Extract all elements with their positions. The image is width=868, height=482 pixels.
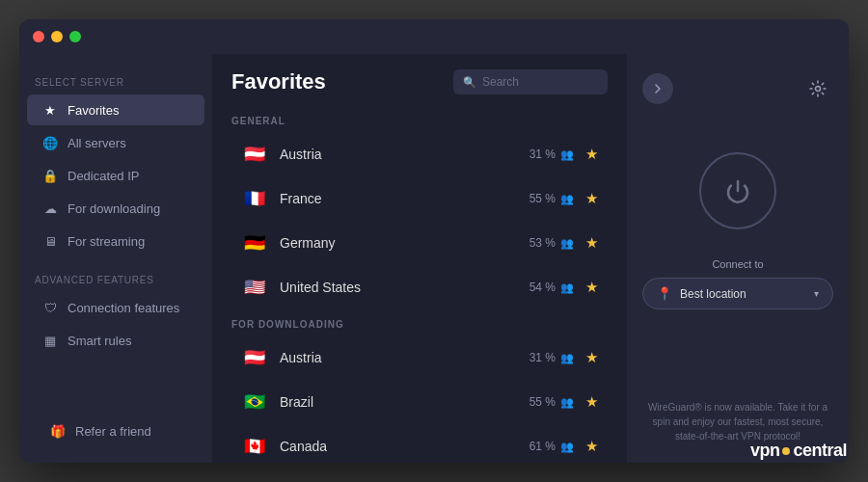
- flag-brazil: 🇧🇷: [241, 388, 268, 415]
- server-load: 54 % 👥: [529, 281, 574, 294]
- brand-central: central: [793, 441, 847, 461]
- sidebar-label-connection: Connection features: [68, 301, 179, 315]
- sidebar-item-favorites[interactable]: ★ Favorites: [27, 94, 204, 125]
- sidebar-section-label: Select Server: [19, 69, 212, 94]
- flag-austria: 🇦🇹: [241, 141, 268, 168]
- gear-icon: [809, 80, 827, 97]
- users-icon: 👥: [560, 441, 574, 453]
- traffic-lights: [33, 31, 81, 42]
- sidebar-label-favorites: Favorites: [68, 103, 119, 118]
- arrow-button[interactable]: [642, 73, 673, 104]
- app-body: Select Server ★ Favorites 🌐 All servers …: [19, 54, 849, 463]
- gift-icon: 🎁: [50, 423, 66, 439]
- close-button[interactable]: [33, 31, 44, 42]
- flag-austria-dl: 🇦🇹: [241, 344, 268, 371]
- panel-top-row: [642, 73, 833, 104]
- favorite-star[interactable]: ★: [585, 438, 598, 455]
- server-load: 53 % 👥: [529, 236, 574, 250]
- table-row[interactable]: 🇦🇹 Austria 31 % 👥 ★: [231, 335, 608, 380]
- main-content: Favorites 🔍 GENERAL 🇦🇹 Austria 31 % 👥 ★ …: [212, 54, 627, 463]
- favorite-star[interactable]: ★: [585, 349, 598, 366]
- globe-icon: 🌐: [42, 135, 58, 150]
- sidebar-item-for-downloading[interactable]: ☁ For downloading: [27, 193, 204, 224]
- title-bar: [19, 19, 849, 54]
- sidebar-item-smart-rules[interactable]: ▦ Smart rules: [27, 325, 204, 356]
- sidebar-label-streaming: For streaming: [68, 234, 145, 249]
- server-name: France: [280, 191, 518, 206]
- power-icon: [720, 174, 755, 208]
- table-row[interactable]: 🇧🇷 Brazil 55 % 👥 ★: [231, 380, 608, 424]
- sidebar-label-smart-rules: Smart rules: [68, 334, 131, 348]
- svg-point-0: [816, 87, 821, 92]
- favorite-star[interactable]: ★: [585, 146, 598, 163]
- advanced-section-label: Advanced Features: [19, 267, 212, 291]
- power-button[interactable]: [699, 152, 776, 229]
- shield-icon: 🛡: [42, 300, 58, 315]
- users-icon: 👥: [560, 396, 574, 409]
- server-name: Austria: [280, 350, 518, 365]
- server-load: 31 % 👥: [529, 147, 574, 161]
- search-input[interactable]: [482, 75, 598, 89]
- server-name: Germany: [280, 235, 518, 251]
- table-row[interactable]: 🇩🇪 Germany 53 % 👥 ★: [231, 221, 608, 265]
- connect-to-label: Connect to: [712, 258, 763, 270]
- sidebar-label-refer: Refer a friend: [75, 424, 151, 439]
- favorite-star[interactable]: ★: [585, 234, 598, 252]
- brand-vpn: vpn: [750, 441, 780, 461]
- favorite-star[interactable]: ★: [585, 279, 598, 296]
- flag-canada: 🇨🇦: [241, 433, 268, 460]
- sidebar-item-dedicated-ip[interactable]: 🔒 Dedicated IP: [27, 160, 204, 191]
- flag-germany: 🇩🇪: [241, 229, 268, 256]
- users-icon: 👥: [560, 237, 574, 250]
- minimize-button[interactable]: [51, 31, 63, 42]
- wireguard-note: WireGuard® is now available. Take it for…: [642, 400, 833, 443]
- sidebar-label-all-servers: All servers: [68, 136, 126, 150]
- brand-area: vpn central: [750, 441, 847, 461]
- flag-france: 🇫🇷: [241, 185, 268, 212]
- sidebar-bottom: 🎁 Refer a friend: [19, 415, 212, 447]
- server-load: 55 % 👥: [529, 192, 574, 205]
- favorite-star[interactable]: ★: [585, 190, 598, 207]
- right-panel: Connect to 📍 Best location ▾ WireGuard® …: [627, 54, 849, 463]
- section-header-general: GENERAL: [231, 106, 608, 132]
- users-icon: 👥: [560, 352, 574, 364]
- table-row[interactable]: 🇺🇸 United States 54 % 👥 ★: [231, 265, 608, 309]
- sidebar-label-downloading: For downloading: [68, 201, 160, 216]
- flag-us: 🇺🇸: [241, 274, 268, 301]
- sidebar: Select Server ★ Favorites 🌐 All servers …: [19, 54, 212, 463]
- sidebar-item-refer-friend[interactable]: 🎁 Refer a friend: [35, 415, 197, 446]
- connect-button[interactable]: 📍 Best location ▾: [642, 278, 833, 309]
- server-load: 61 % 👥: [529, 440, 574, 453]
- table-row[interactable]: 🇫🇷 France 55 % 👥 ★: [231, 176, 608, 221]
- server-name: Canada: [280, 439, 518, 454]
- page-title: Favorites: [231, 69, 438, 94]
- search-icon: 🔍: [463, 76, 476, 89]
- table-row[interactable]: 🇨🇦 Canada 61 % 👥 ★: [231, 424, 608, 463]
- users-icon: 👥: [560, 148, 574, 161]
- sidebar-item-connection-features[interactable]: 🛡 Connection features: [27, 292, 204, 323]
- search-box[interactable]: 🔍: [453, 69, 608, 94]
- chevron-down-icon: ▾: [814, 288, 819, 299]
- best-location-label: Best location: [680, 287, 746, 301]
- table-row[interactable]: 🇦🇹 Austria 31 % 👥 ★: [231, 132, 608, 176]
- maximize-button[interactable]: [69, 31, 81, 42]
- server-name: Brazil: [280, 394, 518, 410]
- star-icon: ★: [42, 102, 58, 118]
- favorite-star[interactable]: ★: [585, 393, 598, 411]
- sidebar-label-dedicated-ip: Dedicated IP: [68, 169, 139, 183]
- brand-dot-icon: [781, 446, 791, 456]
- users-icon: 👥: [560, 281, 574, 294]
- settings-button[interactable]: [802, 73, 833, 104]
- server-list: GENERAL 🇦🇹 Austria 31 % 👥 ★ 🇫🇷 France 55…: [212, 106, 627, 463]
- section-header-downloading: FOR DOWNLOADING: [231, 309, 608, 335]
- arrow-right-icon: [651, 82, 665, 95]
- server-load: 31 % 👥: [529, 351, 574, 364]
- download-icon: ☁: [42, 201, 58, 216]
- server-load: 55 % 👥: [529, 395, 574, 409]
- server-name: Austria: [280, 147, 518, 162]
- svg-point-1: [782, 447, 790, 455]
- sidebar-item-all-servers[interactable]: 🌐 All servers: [27, 127, 204, 158]
- users-icon: 👥: [560, 193, 574, 205]
- server-name: United States: [280, 280, 518, 295]
- sidebar-item-for-streaming[interactable]: 🖥 For streaming: [27, 226, 204, 256]
